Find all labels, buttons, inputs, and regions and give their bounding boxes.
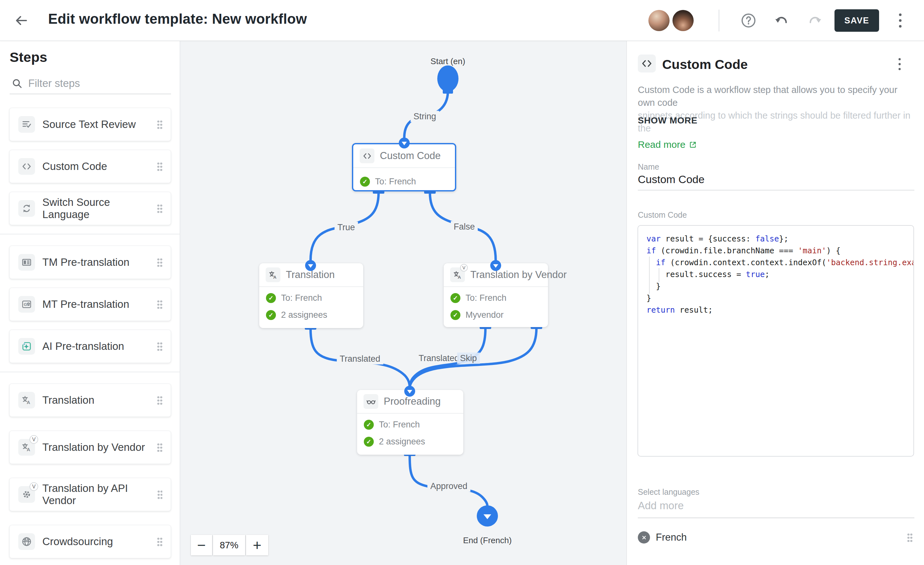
start-node-label: Start (en) bbox=[430, 57, 465, 66]
edge-label-translated: Translated bbox=[337, 354, 383, 364]
panel-title: Custom Code bbox=[662, 57, 748, 72]
drag-handle-icon[interactable] bbox=[157, 342, 162, 351]
sidebar-step-source-text-review[interactable]: Source Text Review bbox=[9, 108, 171, 141]
check-icon: ✓ bbox=[360, 177, 370, 187]
language-name: French bbox=[656, 532, 687, 543]
sidebar-step-custom-code[interactable]: Custom Code bbox=[9, 150, 171, 183]
check-icon: ✓ bbox=[364, 437, 374, 447]
select-languages-label: Select languages bbox=[638, 487, 699, 497]
workflow-edges bbox=[180, 41, 626, 565]
filter-steps-field[interactable] bbox=[10, 73, 171, 94]
drag-handle-icon[interactable] bbox=[157, 120, 162, 129]
sidebar-step-translation-by-vendor[interactable]: AVTranslation by Vendor bbox=[9, 431, 171, 464]
drag-handle-icon[interactable] bbox=[157, 443, 162, 452]
drag-handle-icon[interactable] bbox=[157, 204, 162, 213]
sidebar-step-label: MT Pre-translation bbox=[42, 298, 129, 310]
redo-icon[interactable] bbox=[807, 13, 823, 28]
save-button[interactable]: SAVE bbox=[834, 9, 879, 32]
input-underline bbox=[638, 517, 914, 518]
steps-sidebar: Steps Source Text ReviewCustom CodeSwitc… bbox=[0, 41, 180, 565]
drag-handle-icon[interactable] bbox=[157, 258, 162, 267]
more-options-icon[interactable] bbox=[899, 13, 902, 28]
edge-label-true: True bbox=[334, 222, 358, 233]
edge-label-false: False bbox=[451, 221, 478, 232]
sidebar-step-label: Translation by Vendor bbox=[42, 441, 145, 453]
indent-guide bbox=[649, 256, 650, 294]
filter-steps-input[interactable] bbox=[28, 77, 171, 90]
drag-handle-icon[interactable] bbox=[907, 533, 912, 542]
top-bar: Edit workflow template: New workflow SAV… bbox=[0, 0, 924, 41]
undo-icon[interactable] bbox=[773, 13, 789, 28]
glasses-icon bbox=[363, 394, 378, 409]
translation-icon: A bbox=[18, 392, 35, 409]
sidebar-step-ai-pre-translation[interactable]: AI Pre-translation bbox=[9, 330, 171, 363]
node-translation[interactable]: A Translation ✓To: French ✓2 assignees bbox=[259, 263, 363, 328]
edge-label-string: String bbox=[411, 111, 439, 122]
code-content: var result = {success: false};if (crowdi… bbox=[646, 233, 914, 316]
drag-handle-icon[interactable] bbox=[157, 537, 162, 546]
edge-label-approved: Approved bbox=[428, 481, 470, 492]
drag-handle-icon[interactable] bbox=[157, 300, 162, 309]
source-text-review-icon bbox=[18, 116, 35, 133]
check-icon: ✓ bbox=[364, 420, 374, 430]
step-options-icon[interactable] bbox=[898, 58, 901, 70]
sidebar-step-label: Crowdsourcing bbox=[42, 535, 113, 548]
step-description: Custom Code is a workflow step that allo… bbox=[638, 83, 914, 135]
node-status-row: ✓Myvendor bbox=[444, 307, 548, 324]
back-arrow-icon[interactable] bbox=[14, 13, 29, 28]
sidebar-step-label: TM Pre-translation bbox=[42, 256, 129, 268]
translate-icon: A bbox=[266, 267, 280, 282]
vendor-badge: V bbox=[30, 435, 38, 444]
properties-panel: Custom Code Custom Code is a workflow st… bbox=[626, 41, 924, 565]
sidebar-step-translation[interactable]: ATranslation bbox=[9, 384, 171, 417]
zoom-out-button[interactable]: − bbox=[191, 535, 212, 555]
node-status-row: ✓2 assignees bbox=[357, 433, 463, 450]
node-translation-by-vendor[interactable]: A V Translation by Vendor ✓To: French ✓M… bbox=[444, 263, 548, 327]
sidebar-step-mt-pre-translation[interactable]: GMT Pre-translation bbox=[9, 288, 171, 321]
svg-text:A: A bbox=[458, 274, 461, 279]
zoom-level: 87% bbox=[213, 535, 245, 555]
svg-text:A: A bbox=[27, 447, 30, 452]
remove-language-icon[interactable] bbox=[638, 531, 650, 544]
translate-vendor-icon: A V bbox=[450, 267, 465, 282]
node-proofreading[interactable]: Proofreading ✓To: French ✓2 assignees bbox=[357, 390, 463, 455]
indent-guide bbox=[658, 268, 659, 282]
collaborator-avatar[interactable] bbox=[648, 10, 670, 31]
show-more-button[interactable]: SHOW MORE bbox=[638, 115, 698, 126]
tm-pre-translation-icon bbox=[18, 254, 35, 271]
sidebar-step-translation-by-api-vendor[interactable]: VTranslation by API Vendor bbox=[9, 478, 171, 511]
translation-icon: AV bbox=[18, 439, 35, 456]
workflow-canvas[interactable]: Custom Code ✓ To: French A Translation ✓… bbox=[180, 41, 626, 565]
sidebar-step-crowdsourcing[interactable]: Crowdsourcing bbox=[9, 525, 171, 558]
sidebar-step-label: Translation bbox=[42, 394, 94, 406]
node-status-row: ✓ To: French bbox=[353, 171, 455, 192]
node-status-row: ✓2 assignees bbox=[259, 307, 363, 324]
sidebar-step-label: Custom Code bbox=[42, 160, 107, 172]
zoom-in-button[interactable]: + bbox=[246, 535, 268, 555]
node-title: Custom Code bbox=[380, 150, 441, 162]
name-input[interactable] bbox=[638, 173, 914, 186]
language-item-french: French bbox=[638, 527, 914, 548]
custom-code-icon bbox=[360, 148, 374, 163]
help-icon[interactable] bbox=[741, 12, 756, 28]
input-underline bbox=[638, 190, 914, 190]
drag-handle-icon[interactable] bbox=[157, 490, 162, 499]
node-title: Translation bbox=[286, 269, 334, 280]
svg-text:A: A bbox=[273, 274, 276, 279]
code-editor[interactable]: var result = {success: false};if (crowdi… bbox=[638, 225, 914, 457]
collaborator-avatar[interactable] bbox=[672, 10, 694, 31]
add-language-input[interactable] bbox=[638, 500, 914, 512]
sidebar-step-tm-pre-translation[interactable]: TM Pre-translation bbox=[9, 246, 171, 279]
mt-pre-translation-icon: G bbox=[18, 296, 35, 313]
sidebar-step-label: Source Text Review bbox=[42, 118, 136, 130]
read-more-link[interactable]: Read more bbox=[638, 139, 697, 150]
sidebar-step-switch-source-language[interactable]: Switch Source Language bbox=[9, 192, 171, 225]
node-title: Proofreading bbox=[384, 396, 441, 407]
workflow-editor-app: Edit workflow template: New workflow SAV… bbox=[0, 0, 924, 565]
drag-handle-icon[interactable] bbox=[157, 396, 162, 405]
edge-label-translated: Translated bbox=[418, 353, 459, 364]
node-header: A Translation bbox=[259, 263, 363, 287]
drag-handle-icon[interactable] bbox=[157, 162, 162, 171]
vendor-badge: V bbox=[30, 482, 38, 491]
node-custom-code[interactable]: Custom Code ✓ To: French bbox=[352, 143, 456, 192]
